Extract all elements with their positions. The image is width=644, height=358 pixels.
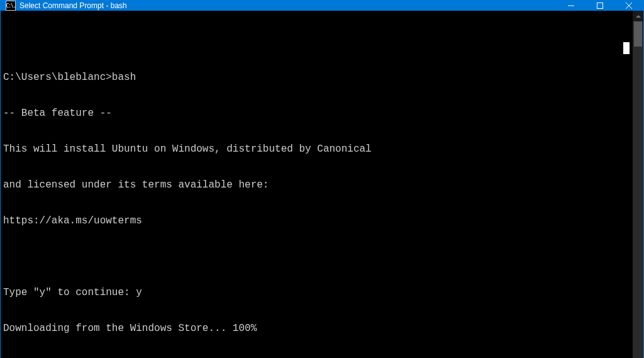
- maximize-icon: [597, 3, 603, 9]
- terminal-line: [3, 251, 630, 263]
- terminal-line: C:\Users\bleblanc>bash: [3, 72, 630, 84]
- vertical-scrollbar[interactable]: [633, 11, 643, 358]
- titlebar[interactable]: C:\. Select Command Prompt - bash: [1, 1, 643, 11]
- close-icon: [626, 3, 632, 9]
- close-button[interactable]: [614, 1, 643, 11]
- scrollbar-up-button[interactable]: [633, 11, 643, 21]
- terminal-output[interactable]: C:\Users\bleblanc>bash -- Beta feature -…: [1, 11, 633, 358]
- terminal-line: This will install Ubuntu on Windows, dis…: [3, 143, 630, 155]
- maximize-button[interactable]: [586, 1, 614, 11]
- chevron-up-icon: [636, 14, 641, 19]
- scrollbar-thumb[interactable]: [634, 21, 642, 47]
- minimize-icon: [568, 3, 574, 9]
- app-icon: C:\.: [6, 1, 16, 11]
- terminal-line: [3, 36, 630, 48]
- window-controls: [557, 1, 643, 11]
- command-prompt-window: C:\. Select Command Prompt - bash C:\Use…: [0, 0, 644, 358]
- terminal-line: Downloading from the Windows Store... 10…: [3, 323, 630, 335]
- window-title: Select Command Prompt - bash: [19, 1, 557, 10]
- svg-rect-1: [597, 3, 603, 9]
- minimize-button[interactable]: [557, 1, 586, 11]
- terminal-line: https://aka.ms/uowterms: [3, 215, 630, 227]
- scrollbar-track[interactable]: [633, 21, 643, 358]
- client-area: C:\Users\bleblanc>bash -- Beta feature -…: [1, 11, 643, 358]
- terminal-line: -- Beta feature --: [3, 108, 630, 120]
- terminal-line: and licensed under its terms available h…: [3, 179, 630, 191]
- terminal-line: Type "y" to continue: y: [3, 287, 630, 299]
- selection-marker: [623, 42, 630, 54]
